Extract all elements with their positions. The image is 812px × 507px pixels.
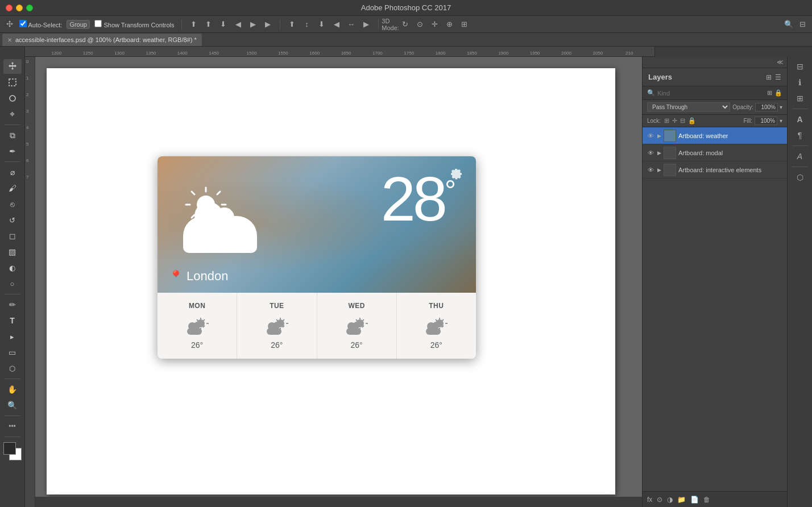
opacity-arrow[interactable]: ▾ <box>780 104 782 110</box>
distribute-hcenter-icon[interactable]: ↔ <box>346 19 357 30</box>
align-right-icon[interactable]: ▶ <box>263 19 273 30</box>
character-panel-icon[interactable]: A <box>791 112 809 127</box>
distribute-bottom-icon[interactable]: ⬇ <box>317 19 327 30</box>
quick-selection-tool[interactable]: ⌖ <box>3 107 22 122</box>
align-bottom-icon[interactable]: ⬇ <box>218 19 229 30</box>
dodge-tool[interactable]: ○ <box>3 276 22 291</box>
lock-pixels-icon[interactable]: ⊞ <box>664 117 669 124</box>
3d-tool[interactable]: ⬡ <box>3 361 22 376</box>
delete-layer-icon[interactable]: 🗑 <box>703 496 710 504</box>
svg-rect-0 <box>9 79 16 86</box>
show-transform-checkbox[interactable] <box>94 20 102 27</box>
stamp-tool[interactable]: ⎋ <box>3 197 22 211</box>
add-mask-icon[interactable]: ⊙ <box>657 496 662 504</box>
pan-3d-icon[interactable]: ✛ <box>430 19 440 30</box>
lock-icons: ⊞ ✛ ⊟ 🔒 <box>664 117 696 124</box>
rotate-3d-icon[interactable]: ↻ <box>400 19 411 30</box>
zoom-tool[interactable]: 🔍 <box>3 398 22 413</box>
visibility-eye-icon-3[interactable]: 👁 <box>646 165 655 174</box>
fill-input[interactable] <box>755 117 777 125</box>
day-temp-mon: 26° <box>191 340 203 350</box>
align-left-icon[interactable]: ◀ <box>233 19 243 30</box>
healing-brush-tool[interactable]: ⌀ <box>3 165 22 180</box>
ruler-tick: 2000 <box>561 51 571 56</box>
tab-close-icon[interactable]: ✕ <box>7 37 12 43</box>
temperature-display: 28° <box>381 168 453 230</box>
layer-item-interactive[interactable]: 👁 ▶ Artboard: interactive elements <box>643 161 787 178</box>
roll-3d-icon[interactable]: ⊙ <box>415 19 425 30</box>
collapse-icon[interactable]: ≪ <box>777 59 784 66</box>
layer-item-weather[interactable]: 👁 ▶ Artboard: weather <box>643 127 787 144</box>
properties-panel-icon[interactable]: ℹ <box>791 75 809 90</box>
distribute-top-icon[interactable]: ⬆ <box>287 19 297 30</box>
paragraph-panel-icon[interactable]: ¶ <box>791 128 809 143</box>
foreground-color-swatch[interactable] <box>3 442 16 455</box>
fill-arrow[interactable]: ▾ <box>780 118 782 124</box>
day-temp-thu: 26° <box>430 340 442 350</box>
layers-search-input[interactable] <box>657 90 765 97</box>
eraser-tool[interactable]: ◻ <box>3 228 22 243</box>
maximize-button[interactable] <box>26 5 33 11</box>
lock-all-icon[interactable]: 🔒 <box>688 117 696 124</box>
align-vcenter-icon[interactable]: ⬆ <box>204 19 214 30</box>
lock-position-icon[interactable]: ✛ <box>672 117 677 124</box>
distribute-left-icon[interactable]: ◀ <box>332 19 342 30</box>
gradient-tool[interactable]: ▨ <box>3 244 22 259</box>
workspace-icon[interactable]: ⊟ <box>797 19 807 30</box>
pen-tool[interactable]: ✏ <box>3 297 22 312</box>
panel-menu-icon[interactable]: ☰ <box>775 73 781 81</box>
more-tools-icon[interactable]: ••• <box>3 419 22 434</box>
group-select[interactable]: Group <box>67 20 90 29</box>
lasso-tool[interactable] <box>3 91 22 106</box>
marquee-tool[interactable] <box>3 75 22 90</box>
layer-thumbnail <box>664 130 676 142</box>
ruler-tick: 1200 <box>51 51 61 56</box>
layer-item-modal[interactable]: 👁 ▶ Artboard: modal <box>643 144 787 161</box>
layer-effects-icon[interactable]: fx <box>647 496 652 504</box>
slide-3d-icon[interactable]: ⊕ <box>445 19 455 30</box>
left-toolbar: ⌖ ⧉ ✒ ⌀ 🖌 ⎋ ↺ ◻ ▨ ◐ ○ ✏ <box>0 57 25 507</box>
visibility-eye-icon-2[interactable]: 👁 <box>646 148 655 157</box>
character-styles-icon[interactable]: A <box>791 149 809 164</box>
layer-expand-arrow-2[interactable]: ▶ <box>657 150 661 156</box>
filter-icon[interactable]: ⊞ <box>767 89 772 97</box>
distribute-right-icon[interactable]: ▶ <box>361 19 371 30</box>
type-tool[interactable]: T <box>3 313 22 328</box>
rectangle-tool[interactable]: ▭ <box>3 345 22 360</box>
blur-tool[interactable]: ◐ <box>3 260 22 275</box>
crop-tool[interactable]: ⧉ <box>3 128 22 143</box>
history-panel-icon[interactable]: ⊟ <box>791 59 809 74</box>
tool-separator-2 <box>5 161 20 162</box>
path-selection-tool[interactable]: ▸ <box>3 329 22 344</box>
close-button[interactable] <box>6 5 13 11</box>
traffic-lights[interactable] <box>6 5 33 11</box>
color-swatches[interactable] <box>3 442 22 460</box>
layer-expand-arrow[interactable]: ▶ <box>657 133 661 139</box>
adjustments-panel-icon[interactable]: ⊞ <box>791 91 809 106</box>
move-tool[interactable] <box>3 59 22 74</box>
history-brush-tool[interactable]: ↺ <box>3 213 22 227</box>
scale-3d-icon[interactable]: ⊞ <box>459 19 470 30</box>
new-group-layer-icon[interactable]: 📁 <box>677 496 686 504</box>
visibility-eye-icon[interactable]: 👁 <box>646 131 655 140</box>
blend-mode-select[interactable]: Pass Through <box>647 102 730 112</box>
auto-select-checkbox[interactable] <box>19 20 27 27</box>
adjustment-layer-icon[interactable]: ◑ <box>667 496 673 504</box>
lock-artboard-icon[interactable]: ⊟ <box>680 117 685 124</box>
3d-panel-icon[interactable]: ⬡ <box>791 170 809 185</box>
layer-expand-arrow-3[interactable]: ▶ <box>657 167 661 173</box>
new-group-icon[interactable]: ⊞ <box>766 73 772 81</box>
distribute-vcenter-icon[interactable]: ↕ <box>302 19 312 30</box>
align-top-icon[interactable]: ⬆ <box>189 19 199 30</box>
brush-tool[interactable]: 🖌 <box>3 181 22 196</box>
new-layer-icon[interactable]: 📄 <box>690 496 699 504</box>
document-tab[interactable]: ✕ accessible-interfaces.psd @ 100% (Artb… <box>2 34 202 46</box>
minimize-button[interactable] <box>16 5 23 11</box>
search-global-icon[interactable]: 🔍 <box>784 19 794 30</box>
lock-filter-icon[interactable]: 🔒 <box>774 89 782 97</box>
opacity-input[interactable] <box>755 103 778 111</box>
hand-tool[interactable]: ✋ <box>3 382 22 397</box>
eyedropper-tool[interactable]: ✒ <box>3 144 22 159</box>
layer-name-weather: Artboard: weather <box>678 132 784 139</box>
align-hcenter-icon[interactable]: ▶ <box>248 19 258 30</box>
